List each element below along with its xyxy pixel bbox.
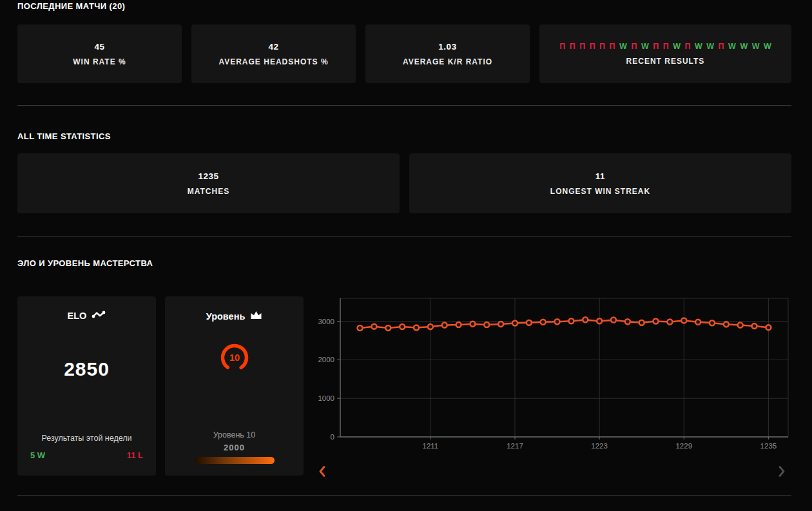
avg-kr-ratio-card: 1.03 AVERAGE K/R RATIO: [365, 24, 530, 83]
week-results-label: Результаты этой недели: [29, 434, 144, 443]
result-letter: W: [673, 42, 681, 51]
avg-headshots-label: AVERAGE HEADSHOTS %: [218, 57, 328, 66]
svg-text:1000: 1000: [318, 394, 334, 402]
divider: [17, 236, 791, 236]
result-letter: П: [590, 42, 595, 51]
crown-icon: [250, 311, 262, 322]
divider: [17, 495, 791, 496]
result-letter: П: [653, 42, 659, 51]
elo-chart-panel: 010002000300012111217122312291235: [313, 296, 791, 477]
pulse-line-icon: [92, 311, 106, 321]
result-letter: П: [599, 42, 605, 51]
level-card: Уровень 10 Уровень 10 2000: [165, 296, 304, 476]
chart-pager: [313, 465, 791, 477]
svg-text:1211: 1211: [423, 442, 439, 450]
svg-text:0: 0: [331, 433, 334, 441]
avg-kr-ratio-label: AVERAGE K/R RATIO: [403, 57, 492, 66]
recent-results-sequence: ППППППWПWППWПWWПWWWW: [559, 42, 771, 51]
result-letter: П: [719, 42, 724, 51]
matches-value: 1235: [198, 171, 218, 181]
elo-title-text: ELO: [68, 311, 87, 321]
svg-text:2000: 2000: [318, 356, 334, 363]
week-losses: 11 L: [127, 450, 143, 460]
elo-card: ELO 2850 Результаты этой недели 5 W 11 L: [17, 296, 156, 476]
result-letter: П: [559, 42, 565, 51]
stats-page: ПОСЛЕДНИЕ МАТЧИ (20) 45 WIN RATE % 42 AV…: [0, 0, 812, 511]
result-letter: П: [631, 42, 637, 51]
result-letter: П: [684, 42, 690, 51]
skill-level-number: 10: [229, 352, 239, 363]
avg-headshots-value: 42: [268, 42, 278, 52]
level-points: 2000: [177, 443, 292, 452]
result-letter: W: [695, 42, 702, 51]
level-progress-block: Уровень 10 2000: [177, 430, 292, 464]
recent-matches-header: ПОСЛЕДНИЕ МАТЧИ (20): [17, 1, 791, 11]
result-letter: W: [728, 42, 736, 51]
svg-text:1223: 1223: [591, 442, 608, 450]
result-letter: П: [579, 42, 585, 51]
chevron-right-icon: [777, 470, 786, 479]
elo-section: ELO 2850 Результаты этой недели 5 W 11 L: [17, 296, 791, 477]
result-letter: W: [740, 42, 748, 51]
elo-section-header: ЭЛО И УРОВЕНЬ МАСТЕРСТВА: [17, 258, 791, 268]
result-letter: W: [619, 42, 627, 51]
level-card-title: Уровень: [206, 311, 263, 322]
win-rate-value: 45: [94, 42, 104, 52]
recent-results-label: RECENT RESULTS: [626, 57, 705, 66]
result-letter: W: [706, 42, 714, 51]
level-title-text: Уровень: [206, 311, 246, 322]
avg-kr-ratio-value: 1.03: [438, 42, 456, 52]
svg-text:1229: 1229: [675, 442, 692, 450]
result-letter: W: [641, 42, 649, 51]
matches-label: MATCHES: [188, 187, 229, 196]
elo-value: 2850: [64, 358, 110, 380]
elo-card-title: ELO: [68, 311, 106, 321]
chart-prev-button[interactable]: [318, 465, 327, 477]
matches-card: 1235 MATCHES: [17, 153, 400, 213]
elo-history-chart[interactable]: 010002000300012111217122312291235: [313, 296, 791, 454]
win-streak-value: 11: [595, 171, 605, 181]
skill-level-badge: 10: [219, 342, 250, 376]
win-streak-label: LONGEST WIN STREAK: [550, 187, 650, 196]
win-streak-card: 11 LONGEST WIN STREAK: [409, 153, 791, 213]
week-wins: 5 W: [30, 450, 45, 460]
result-letter: П: [610, 42, 615, 51]
recent-matches-cards: 45 WIN RATE % 42 AVERAGE HEADSHOTS % 1.0…: [17, 24, 791, 83]
level-label: Уровень 10: [177, 430, 292, 439]
avg-headshots-card: 42 AVERAGE HEADSHOTS %: [191, 24, 356, 83]
chevron-left-icon: [318, 470, 327, 479]
result-letter: П: [570, 42, 575, 51]
result-letter: W: [764, 42, 771, 51]
alltime-header: ALL TIME STATISTICS: [17, 131, 791, 141]
chart-next-button[interactable]: [777, 465, 786, 477]
svg-text:3000: 3000: [318, 318, 334, 325]
result-letter: W: [752, 42, 760, 51]
win-rate-card: 45 WIN RATE %: [17, 24, 182, 83]
recent-results-card: ППППППWПWППWПWWПWWWW RECENT RESULTS: [539, 24, 791, 83]
level-progress-bar: [195, 457, 275, 464]
svg-text:1235: 1235: [760, 442, 777, 450]
result-letter: П: [663, 42, 669, 51]
alltime-cards: 1235 MATCHES 11 LONGEST WIN STREAK: [17, 153, 791, 213]
week-results-block: Результаты этой недели 5 W 11 L: [29, 434, 144, 464]
svg-text:1217: 1217: [507, 442, 523, 450]
win-rate-label: WIN RATE %: [73, 57, 126, 66]
divider: [17, 105, 791, 106]
